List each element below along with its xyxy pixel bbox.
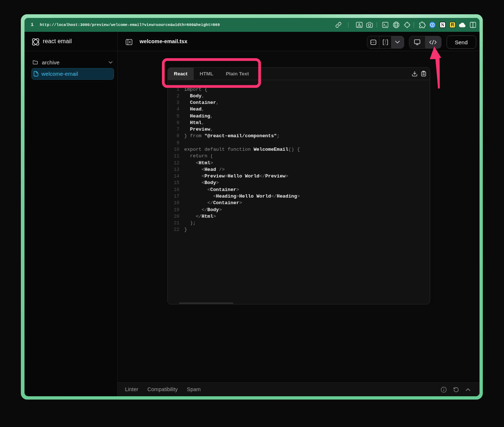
svg-text:R: R [451,22,454,27]
svg-text:N: N [441,23,444,27]
